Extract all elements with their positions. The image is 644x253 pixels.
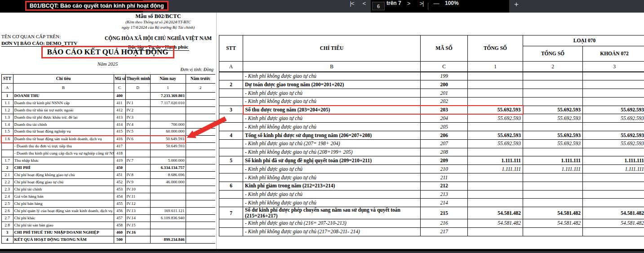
table-cell (219, 148, 243, 156)
table-cell: 8.686.696 (150, 172, 186, 179)
table-row: 2.5Chi phí bán hàng455IV.12 (1, 200, 215, 208)
table-cell: 700.000 (150, 121, 186, 129)
table-cell: Chi phí hoạt động không giao tự chủ (13, 172, 114, 179)
table-cell (150, 200, 186, 208)
zoom-in-icon[interactable]: + (511, 0, 522, 13)
page-number-input[interactable] (372, 2, 385, 10)
table-cell: 1.1 (1, 100, 13, 107)
table-cell: 55.692.593 (468, 106, 523, 114)
table-cell: 500 (114, 236, 125, 244)
table-cell: Doanh thu từ hoạt động sản xuất kinh doa… (13, 136, 114, 143)
table-cell (583, 72, 644, 80)
col-header: Thuyết minh (125, 75, 150, 84)
next-page-icon[interactable]: > (404, 0, 413, 13)
table-cell: 416 (114, 136, 125, 143)
col-subheader: C (114, 84, 125, 93)
col-subheader: A (219, 62, 243, 72)
table-cell: - Kinh phí không được giao tự chủ (243, 199, 421, 207)
table-cell: 55.692.593 (523, 139, 583, 148)
table-row: 1.4Doanh thu tài chính414IV.4700.000 (1, 121, 215, 129)
table-cell (186, 215, 215, 222)
table-cell: 55.692.593 (583, 106, 644, 114)
table-cell: 3 (219, 106, 243, 114)
table-cell (150, 107, 186, 114)
page-gap-divider (216, 13, 217, 249)
table-cell: Chi phí bán hàng (13, 200, 114, 208)
table-cell: Doanh thu tài chính (13, 121, 114, 129)
col-header: STT (219, 36, 243, 62)
operations-result-table: STT Chỉ tiêu Mã số Thuyết minh Năm nay N… (1, 74, 215, 244)
table-cell: 2 (219, 80, 243, 89)
table-cell: - Kinh phí không được giao tự chủ (243, 97, 421, 106)
table-cell: IV.13 (125, 208, 150, 215)
table-cell: 2.2 (1, 179, 13, 186)
table-cell (150, 193, 186, 200)
form-note-line2: ngày 17/4/2024 của Bộ trưởng Bộ Tài chín… (102, 25, 215, 31)
table-row: 2.3Chi phí tài chính453IV.10 (1, 186, 215, 193)
table-row: 6Kinh phí giảm trong năm (212=213+214)21… (219, 182, 644, 190)
table-cell (219, 139, 243, 148)
table-cell: 1 (1, 93, 13, 100)
table-cell: Dự toán được giao trong năm (200=201+202… (243, 80, 421, 89)
table-cell (583, 199, 644, 207)
table-cell (150, 114, 186, 121)
table-cell: - Kinh phí được giao tự chủ (243, 114, 421, 123)
table-cell (150, 229, 186, 236)
table-cell (523, 97, 583, 106)
table-cell: - Kinh phí không được giao tự chủ (243, 173, 421, 182)
table-cell: 6.109.836.940 (150, 215, 186, 222)
table-cell: 453 (114, 186, 125, 193)
table-cell: 899.234.846 (150, 236, 186, 244)
table-cell: 417 (114, 143, 125, 150)
first-page-icon[interactable]: |< (346, 0, 358, 13)
budget-settlement-table: STT CHỈ TIÊU MÃ SỐ TỔNG SỐ LOẠI 070 TỔNG… (219, 35, 644, 236)
agency-label: TÊN CƠ QUAN CẤP TRÊN: (1, 33, 77, 40)
last-page-icon[interactable]: >| (416, 0, 427, 13)
table-cell (523, 199, 583, 207)
table-row: 1DOANH THU4007.233.369.803 (1, 93, 215, 100)
prev-page-icon[interactable]: < (360, 0, 369, 13)
table-cell (583, 227, 644, 236)
table-cell: - Kinh phí được giao tự chủ (216= 207-21… (243, 219, 421, 228)
table-row: 4Tổng số kinh phí được sử dụng trong năm… (219, 131, 644, 140)
table-row: 5Số kinh phí đã sử dụng đề nghị quyết to… (219, 156, 644, 165)
table-cell: 450 (114, 164, 125, 172)
table-cell: 1.111.111 (523, 156, 583, 165)
col-header: TỔNG SỐ (523, 46, 583, 62)
table-cell: IV.4 (125, 121, 150, 129)
table-cell: 55.692.593 (523, 114, 583, 123)
table-cell: 452 (114, 179, 125, 186)
table-cell (523, 80, 583, 89)
table-cell: 54.581.482 (583, 219, 644, 228)
table-cell (125, 143, 150, 150)
table-cell (468, 89, 523, 98)
table-cell: 455 (114, 200, 125, 208)
table-cell: 211 (421, 173, 468, 182)
table-cell: 2.8 (1, 222, 13, 229)
table-cell (186, 186, 215, 193)
table-cell (186, 100, 215, 107)
table-cell: 209 (421, 156, 468, 165)
table-cell (186, 157, 215, 164)
table-cell: Thu nhập khác (13, 157, 114, 164)
zoom-out-icon[interactable]: — (431, 0, 442, 13)
table-row: - Kinh phí không được giao tự chủ199 (219, 72, 644, 80)
table-cell: Doanh thu từ hoạt động nghiệp vụ (13, 129, 114, 136)
viewer-toolbar: B01/BCQT: Báo cáo quyết toán kinh phí ho… (0, 0, 644, 13)
table-cell: 5 (219, 156, 243, 165)
table-cell: Doanh thu từ phí được khấu trừ, để lại (13, 114, 114, 121)
form-note-line1: (Kèm theo Thông tư số 24/2024/TT-BTC (102, 20, 215, 25)
table-cell (468, 72, 523, 80)
table-cell: 412 (114, 107, 125, 114)
table-cell (186, 114, 215, 121)
table-cell: - Kinh phí được giao tự chủ (243, 190, 421, 199)
table-cell: CHI PHÍ (13, 164, 114, 172)
toolbar-divider (428, 3, 428, 10)
table-cell: 2.4 (1, 193, 13, 200)
table-cell (1, 150, 13, 157)
table-cell: 418 (114, 150, 125, 157)
table-cell: Chi phí hoạt động giao tự chủ (13, 179, 114, 186)
table-row: - Kinh phí được giao tự chủ (216= 207-21… (219, 219, 644, 228)
table-cell: Giá vốn hàng bán (13, 193, 114, 200)
table-cell (219, 123, 243, 131)
